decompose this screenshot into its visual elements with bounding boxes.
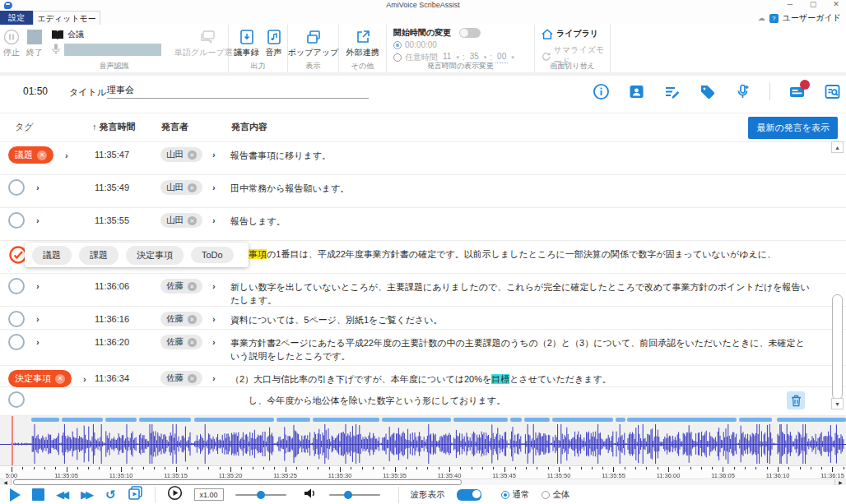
waveform-display-toggle[interactable] [457,489,481,501]
speech-segment-bar[interactable] [62,418,103,422]
speech-segment-bar[interactable] [313,418,379,422]
utterance-text[interactable]: 報告事項の1番目は、平成22年度事業方針書の確定です。以前示しましたところに一部… [230,247,811,261]
utterance-text[interactable]: （2）大口与信比率の引き下げですが、本年度については20%を目標とさせていただき… [230,372,811,386]
header-speaker[interactable]: 発言者 [161,121,188,133]
remove-tag-icon[interactable]: ✕ [55,374,65,384]
show-latest-button[interactable]: 最新の発言を表示 [748,117,838,139]
tag-option-chip[interactable]: ToDo [191,247,234,263]
speech-segment-bar[interactable] [31,418,59,422]
external-link-button[interactable]: 外部連携 [343,26,383,58]
audio-export-button[interactable]: 音声 [263,26,286,58]
time-ruler[interactable]: 5:0011:35:0511:35:1011:35:1511:35:2011:3… [0,465,846,479]
remove-speaker-icon[interactable]: ✕ [188,338,197,347]
delete-row-button[interactable] [787,391,805,409]
info-icon[interactable] [593,83,610,100]
tag-option-chip[interactable]: 課題 [79,246,119,265]
header-content[interactable]: 発言内容 [231,121,267,133]
speaker-chip[interactable]: 山田✕ [160,180,202,195]
fast-forward-button[interactable]: ▶▶ [81,488,94,501]
utterance-row[interactable]: 議題✕›11:35:47山田✕›報告書事項に移ります。 [0,142,846,175]
utterance-row[interactable]: ›11:36:06佐藤✕›新しい数字を出していないところが、主要課題にありました… [0,274,846,307]
tag-icon[interactable] [699,83,716,100]
end-button[interactable]: 終了 [23,26,46,58]
speaker-chevron[interactable]: › [212,314,216,324]
speech-segment-bar[interactable] [552,418,613,422]
play-button[interactable] [10,488,21,502]
tab-edit-mode[interactable]: エディットモード [33,11,100,25]
speaker-chevron[interactable]: › [212,215,216,225]
speaker-chip[interactable]: 佐藤✕ [160,335,202,349]
stop-button[interactable]: 停止 [0,26,23,58]
utterance-row[interactable]: ›11:36:20佐藤✕›事業方針書2ページにあたる平成22年度の主要計数の中の… [0,330,846,366]
minimize-button[interactable]: ─ [780,0,800,10]
speed-slider[interactable] [235,494,286,496]
minutes-export-button[interactable]: 議事録 [231,26,263,58]
volume-slider[interactable] [329,494,380,496]
start-time-toggle[interactable] [459,28,481,38]
utterance-row[interactable]: し、今年度から地公体を除いた数字という形にしております。 [0,387,846,416]
remove-speaker-icon[interactable]: ✕ [188,315,197,324]
time-zero-radio[interactable] [393,41,402,49]
utterance-text[interactable]: 田中常務から報告願います。 [230,182,811,195]
speech-segment-bar[interactable] [139,418,191,422]
expand-tag-chevron[interactable]: › [36,337,40,347]
radio-normal[interactable]: 通常 [501,489,530,501]
speed-value-input[interactable]: x1.00 [194,488,224,501]
utterance-row[interactable]: 決定事項✕›11:36:34佐藤✕›（2）大口与信比率の引き下げですが、本年度に… [0,366,846,387]
stop-playback-button[interactable] [32,488,44,501]
speech-segment-bar[interactable] [510,418,522,422]
empty-tag-circle[interactable] [8,391,25,408]
empty-tag-circle[interactable] [8,212,25,229]
expand-tag-chevron[interactable]: › [65,150,68,160]
user-guide-link[interactable]: ユーザーガイド [783,12,841,24]
summary-card-icon[interactable] [788,83,806,100]
speaker-chip[interactable]: 佐藤✕ [160,371,202,386]
remove-speaker-icon[interactable]: ✕ [188,282,197,291]
waveform-panel[interactable]: 5:0011:35:0511:35:1011:35:1511:35:2011:3… [0,416,846,485]
utterance-text[interactable]: 報告書事項に移ります。 [230,149,811,162]
utterance-text[interactable]: 報告します。 [230,215,811,228]
speech-segment-bar[interactable] [524,418,550,422]
continuous-play-button[interactable] [128,485,143,504]
speech-segment-bar[interactable] [453,418,508,422]
tab-settings[interactable]: 設定 [0,11,33,25]
remove-tag-icon[interactable]: ✕ [37,150,47,160]
speaker-chevron[interactable]: › [212,373,216,383]
speaker-chevron[interactable]: › [212,183,216,192]
expand-tag-chevron[interactable]: › [36,215,40,225]
speech-segment-bar[interactable] [627,418,737,422]
speech-segment-bar[interactable] [277,418,310,422]
edit-list-icon[interactable] [663,83,681,100]
header-time[interactable]: ↑ 発言時間 [92,121,136,133]
speech-segment-bar[interactable] [382,418,451,422]
remove-speaker-icon[interactable]: ✕ [188,374,197,383]
remove-speaker-icon[interactable]: ✕ [188,183,197,192]
horizontal-scrollbar[interactable]: ◀ ▶ [0,479,846,485]
tag-option-chip[interactable]: 決定事項 [126,246,184,265]
utterance-text[interactable]: 資料については、5ページ、別紙1をご覧ください。 [230,313,811,326]
popup-button[interactable]: ポップアップ [285,26,342,58]
utterance-row[interactable]: ›11:35:55山田✕›報告します。 [0,208,846,241]
speaker-chevron[interactable]: › [212,337,216,347]
scroll-up-button[interactable]: ▲ [831,141,844,153]
tag-pill[interactable]: 議題✕ [8,146,53,164]
vertical-scrollbar[interactable]: ▲ ▼ [831,141,844,416]
speaker-chip[interactable]: 山田✕ [160,147,202,162]
utterance-text[interactable]: 事業方針書2ページにあたる平成22年度の主要計数の中の主要課題のうちの（2）と（… [230,336,811,363]
library-button[interactable]: ライブラリ [542,28,610,39]
utterance-text[interactable]: し、今年度から地公体を除いた数字という形にしております。 [249,394,829,407]
help-question-icon[interactable]: ? [769,14,779,23]
utterance-row[interactable]: ›11:35:49山田✕›田中常務から報告願います。 [0,175,846,208]
expand-tag-chevron[interactable]: › [36,314,40,324]
rewind-button[interactable]: ◀◀ [56,488,69,501]
speech-segment-bar[interactable] [105,418,137,422]
remove-speaker-icon[interactable]: ✕ [188,216,197,225]
remove-speaker-icon[interactable]: ✕ [188,150,197,160]
speaker-chip[interactable]: 佐藤✕ [160,279,202,294]
title-input[interactable] [107,82,369,99]
header-tag[interactable]: タグ [15,121,34,133]
utterance-row[interactable]: ›11:36:16佐藤✕›資料については、5ページ、別紙1をご覧ください。 [0,307,846,330]
utterance-text[interactable]: 新しい数字を出していないところが、主要課題にありましたので、これらが完全に確定し… [230,280,811,307]
speaker-list-icon[interactable] [628,83,645,100]
empty-tag-circle[interactable] [8,311,25,327]
